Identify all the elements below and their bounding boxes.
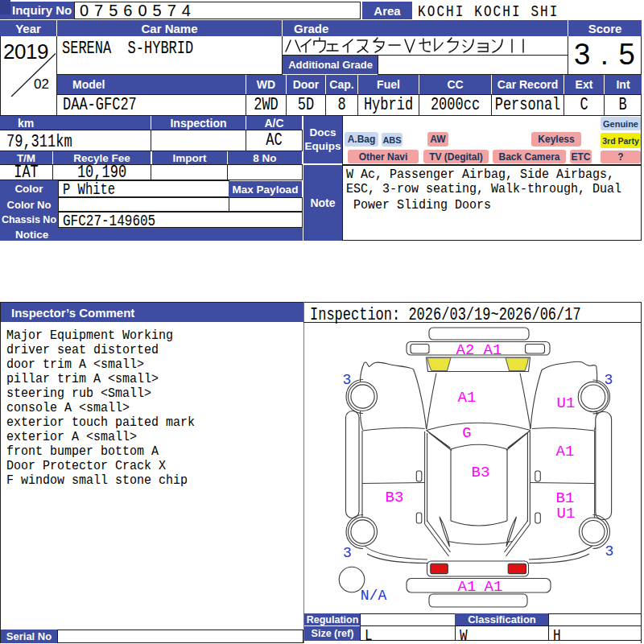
- svg-text:B3: B3: [472, 464, 490, 481]
- svg-text:3: 3: [343, 372, 352, 388]
- svg-text:3: 3: [605, 372, 613, 388]
- svg-text:U1: U1: [557, 394, 576, 412]
- svg-text:3: 3: [605, 543, 614, 559]
- svg-text:A2: A2: [456, 341, 475, 359]
- svg-text:N/A: N/A: [361, 588, 387, 604]
- svg-text:3: 3: [343, 545, 352, 561]
- svg-text:A1: A1: [556, 443, 575, 460]
- svg-text:U1: U1: [557, 505, 576, 522]
- svg-text:G: G: [462, 424, 471, 442]
- svg-text:A1: A1: [458, 389, 477, 407]
- svg-text:B3: B3: [386, 489, 404, 506]
- svg-text:A1: A1: [485, 578, 503, 596]
- svg-text:A1: A1: [484, 341, 502, 359]
- svg-text:A1: A1: [458, 578, 477, 596]
